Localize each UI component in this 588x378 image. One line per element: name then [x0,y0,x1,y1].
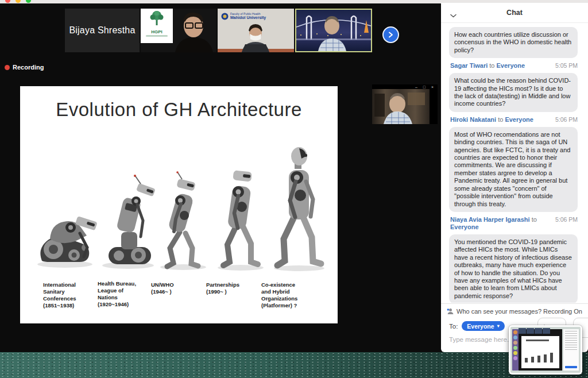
message-recipient[interactable]: Everyone [450,223,479,230]
chat-message-meta: 5:05 PM Sagar Tiwari to Everyone [450,62,578,70]
chat-message-list[interactable]: How each countrries utilize discussion o… [441,23,588,303]
chat-message-bubble: Most of WHO recomendations are not bindi… [449,127,578,212]
chat-message-meta: 5:06 PM Niaya Avia Harper Igarashi to Ev… [450,216,578,231]
mini-video-strip [519,328,550,334]
next-participants-button[interactable] [382,26,399,43]
robot-stage-4 [223,170,258,265]
robot-evolution-illustration [29,146,328,271]
chevron-right-icon [388,32,394,38]
recording-label: Recording [13,64,44,71]
chat-panel: Chat How each countrries utilize discuss… [441,3,588,352]
to-word: to [498,116,503,123]
to-label: To: [449,323,458,330]
stage-label-4: Partnerships (1990~ ) [206,281,259,295]
desktop: Bijaya Shrestha HGPI [0,0,588,378]
stage-label-5: Co-existence and Hybrid Organizations (P… [261,281,314,309]
close-window-button[interactable] [5,0,10,3]
chevron-down-icon: ▾ [497,324,500,329]
participant-video-masked-person [218,9,294,52]
recipient-selected: Everyone [467,323,494,330]
slide-title: Evolution of GH Architecture [20,99,338,121]
message-time: 5:06 PM [555,216,578,223]
minimize-window-button[interactable] [16,0,21,3]
speaker-silhouette [318,16,346,51]
privacy-note-text: Who can see your messages? Recording On [457,308,582,315]
video-tile-hgpi[interactable]: HGPI [141,9,216,52]
floating-speaker-video[interactable]: – □ × [372,84,438,124]
chat-message-meta: 5:06 PM Hiroki Nakatani to Everyone [450,116,578,124]
privacy-note: Who can see your messages? Recording On [441,308,588,315]
night-city-background [296,10,371,51]
chat-message-bubble: What could be the reason behind COVID-19… [449,73,578,112]
video-tile-bijaya[interactable]: Bijaya Shrestha [65,9,140,52]
zoom-window-button[interactable] [26,0,31,3]
robot-stage-3 [167,171,198,267]
robot-stage-1 [40,216,97,262]
mini-chat-column [563,329,579,371]
recording-dot-icon [5,65,10,70]
desktop-wallpaper-water [0,352,588,378]
stage-label-1: International Sanitary Conferences (1851… [43,281,96,309]
chevron-down-icon[interactable] [450,10,457,20]
robot-stage-2 [109,175,156,264]
robot-stage-5 [277,147,321,265]
mini-participants-sidebar [512,329,519,371]
recipient-dropdown[interactable]: Everyone ▾ [462,321,504,331]
message-time: 5:05 PM [555,62,578,70]
to-word: to [489,62,494,69]
mini-slide [521,336,559,368]
chat-title: Chat [506,9,523,17]
window-controls[interactable]: – □ × [415,85,436,89]
person-privacy-icon [447,308,454,315]
recording-indicator: Recording [5,64,44,71]
video-tile-active-speaker[interactable] [295,9,372,52]
message-sender[interactable]: Hiroki Nakatani [450,116,496,123]
participant-video-man-glasses [141,9,216,52]
message-sender[interactable]: Niaya Avia Harper Igarashi [450,216,530,223]
video-strip: Bijaya Shrestha HGPI [0,9,441,53]
chat-message-bubble: You mentioned the COVID-19 pandemic affe… [449,234,578,303]
message-recipient[interactable]: Everyone [497,62,525,69]
zoom-meeting-window: Bijaya Shrestha HGPI [0,3,441,352]
message-time: 5:06 PM [555,116,578,124]
chat-message-bubble: How each countrries utilize discussion o… [449,27,578,58]
stage-label-3: UN/WHO (1946~ ) [151,281,204,295]
screenshot-miniature [510,327,581,373]
video-tile-mahidol[interactable]: Faculty of Public Health Mahidol Univers… [218,9,294,52]
speaker-video-silhouette [372,89,430,124]
stage-label-2: Health Bureau, League of Nations (1920~1… [98,280,150,308]
message-recipient[interactable]: Everyone [505,116,533,123]
participant-name: Bijaya Shrestha [69,25,135,36]
shared-slide: Evolution of GH Architecture [20,86,338,323]
chat-header: Chat [441,3,588,23]
screenshot-preview-thumbnail[interactable] [509,325,582,375]
message-sender[interactable]: Sagar Tiwari [450,62,488,69]
to-word: to [532,216,537,223]
